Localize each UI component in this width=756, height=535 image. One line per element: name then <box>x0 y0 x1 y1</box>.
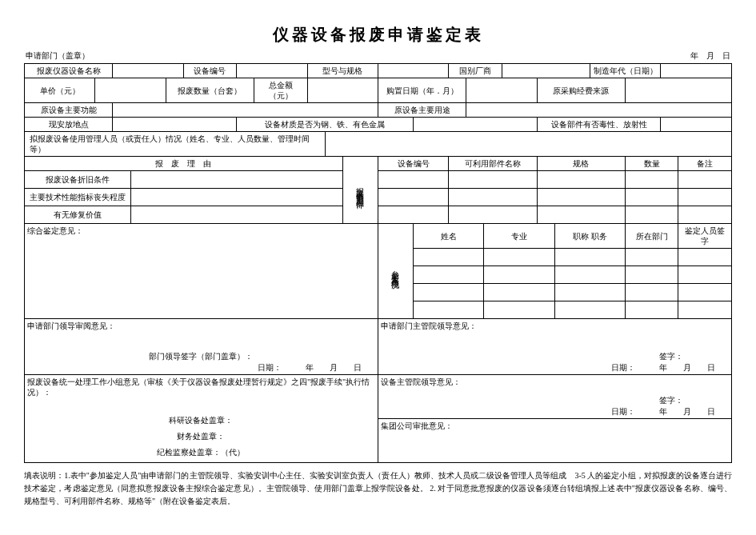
val-equip-name[interactable] <box>113 64 183 78</box>
reuse-r3c2[interactable] <box>449 206 537 224</box>
lbl-metal: 设备材质是否为钢、铁、有色金属 <box>237 118 414 132</box>
lbl-year: 制造年代（日期） <box>590 64 661 78</box>
val-tech[interactable] <box>130 189 342 206</box>
reuse-r2c5[interactable] <box>678 189 732 206</box>
p-r3c5[interactable] <box>678 284 732 301</box>
reuse-r2c2[interactable] <box>449 189 537 206</box>
lbl-parts: 设备部件有否毒性、放射性 <box>537 118 661 132</box>
comprehensive-opinion[interactable]: 综合鉴定意见： <box>25 224 378 319</box>
hdr-reuse-note: 备注 <box>678 157 732 171</box>
reuse-r2c4[interactable] <box>626 189 678 206</box>
lbl-loc: 现安放地点 <box>25 118 113 132</box>
lbl-model: 型号与规格 <box>307 64 378 78</box>
mgmt-leader-review[interactable]: 申请部门主管院领导意见： 签字： 日期： 年 月 日 <box>378 319 731 375</box>
pcol-major: 专业 <box>484 224 554 249</box>
reuse-r2c1[interactable] <box>378 189 448 206</box>
main-form-table: 报废仪器设备名称 设备编号 型号与规格 国别厂商 制造年代（日期） 单价（元） … <box>24 63 732 463</box>
hdr-reuse-spec: 规格 <box>537 157 625 171</box>
lbl-price: 单价（元） <box>25 78 95 103</box>
corp-review[interactable]: 集团公司审批意见： <box>378 419 731 463</box>
pcol-title: 职称 职务 <box>554 224 625 249</box>
lbl-tech: 主要技术性能指标丧失程度 <box>25 189 131 206</box>
instructions-text: 填表说明：1.表中"参加鉴定人员"由申请部门的主管院领导、实验安训中心主任、实验… <box>24 469 732 508</box>
p-r3c4[interactable] <box>626 284 678 301</box>
p-r4c5[interactable] <box>678 301 732 319</box>
p-r3c3[interactable] <box>554 284 625 301</box>
val-metal[interactable] <box>414 118 538 132</box>
pcol-dept: 所在部门 <box>626 224 678 249</box>
lbl-mfr: 国别厂商 <box>449 64 502 78</box>
val-price[interactable] <box>95 78 166 103</box>
lbl-equip-code: 设备编号 <box>183 64 236 78</box>
val-equip-code[interactable] <box>237 64 307 78</box>
date-label: 年 月 日 <box>690 50 730 62</box>
reuse-r3c1[interactable] <box>378 206 448 224</box>
lbl-equip-name: 报废仪器设备名称 <box>25 64 113 78</box>
val-func[interactable] <box>113 103 378 118</box>
equip-leader-review[interactable]: 设备主管院领导意见： 签字： 日期： 年 月 日 <box>378 375 731 419</box>
p-r4c1[interactable] <box>414 301 484 319</box>
p-r3c2[interactable] <box>484 284 554 301</box>
lbl-use: 原设备主要用途 <box>378 103 466 118</box>
p-r1c5[interactable] <box>678 249 732 266</box>
dept-stamp-label: 申请部门（盖章） <box>26 50 90 62</box>
lbl-func: 原设备主要功能 <box>25 103 113 118</box>
hdr-reuse: 报废设备中可利用部件 <box>342 157 378 224</box>
hdr-reuse-qty: 数量 <box>626 157 678 171</box>
lbl-qty: 报废数量（台套） <box>166 78 254 103</box>
val-cond[interactable] <box>130 171 342 189</box>
reuse-r1c1[interactable] <box>378 171 448 189</box>
reuse-r3c3[interactable] <box>537 206 625 224</box>
dept-leader-review[interactable]: 申请部门领导审阅意见： 部门领导签字（部门盖章）： 日期： 年 月 日 <box>25 319 378 375</box>
lbl-source: 原采购经费来源 <box>537 78 625 103</box>
p-r4c3[interactable] <box>554 301 625 319</box>
preline: 申请部门（盖章） 年 月 日 <box>24 50 732 62</box>
val-parts[interactable] <box>661 118 732 132</box>
reuse-r3c4[interactable] <box>626 206 678 224</box>
val-mfr[interactable] <box>502 64 590 78</box>
page-title: 仪器设备报废申请鉴定表 <box>24 24 732 46</box>
val-total[interactable] <box>307 78 378 103</box>
p-r4c4[interactable] <box>626 301 678 319</box>
val-loc[interactable] <box>113 118 237 132</box>
p-r1c3[interactable] <box>554 249 625 266</box>
p-r3c1[interactable] <box>414 284 484 301</box>
group-review[interactable]: 报废设备统一处理工作小组意见（审核《关于仪器设备报废处理暂行规定》之四"报废手续… <box>25 375 378 463</box>
val-repair[interactable] <box>130 206 342 224</box>
reuse-r1c2[interactable] <box>449 171 537 189</box>
hdr-reuse-code: 设备编号 <box>378 157 448 171</box>
val-source[interactable] <box>626 78 732 103</box>
lbl-mgr: 拟报废设备使用管理人员（或责任人）情况（姓名、专业、人员数量、管理时间等） <box>25 132 326 157</box>
p-r1c1[interactable] <box>414 249 484 266</box>
p-r2c1[interactable] <box>414 266 484 284</box>
pcol-name: 姓名 <box>414 224 484 249</box>
val-use[interactable] <box>466 103 732 118</box>
lbl-total: 总金额（元） <box>254 78 307 103</box>
val-model[interactable] <box>378 64 448 78</box>
lbl-repair: 有无修复价值 <box>25 206 131 224</box>
hdr-participants: 参加鉴定人员概况 <box>378 224 413 319</box>
p-r1c2[interactable] <box>484 249 554 266</box>
p-r1c4[interactable] <box>626 249 678 266</box>
val-year[interactable] <box>661 64 732 78</box>
val-buydate[interactable] <box>466 78 537 103</box>
p-r2c5[interactable] <box>678 266 732 284</box>
lbl-cond: 报废设备折旧条件 <box>25 171 131 189</box>
pcol-sign: 鉴定人员签字 <box>678 224 732 249</box>
reuse-r3c5[interactable] <box>678 206 732 224</box>
lbl-buydate: 购置日期（年．月） <box>378 78 466 103</box>
p-r2c4[interactable] <box>626 266 678 284</box>
hdr-reuse-name: 可利用部件名称 <box>449 157 537 171</box>
reuse-r1c4[interactable] <box>626 171 678 189</box>
reuse-r1c3[interactable] <box>537 171 625 189</box>
hdr-reason: 报 废 理 由 <box>25 157 343 171</box>
p-r4c2[interactable] <box>484 301 554 319</box>
val-mgr[interactable] <box>325 132 731 157</box>
reuse-r1c5[interactable] <box>678 171 732 189</box>
reuse-r2c3[interactable] <box>537 189 625 206</box>
p-r2c2[interactable] <box>484 266 554 284</box>
p-r2c3[interactable] <box>554 266 625 284</box>
